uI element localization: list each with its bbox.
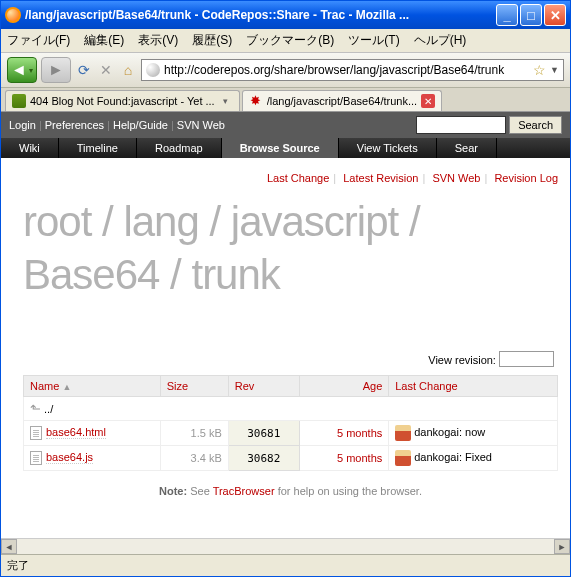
search-input[interactable] <box>416 116 506 134</box>
crumb-root[interactable]: root <box>23 198 91 245</box>
nav-roadmap[interactable]: Roadmap <box>137 138 222 158</box>
preferences-link[interactable]: Preferences <box>45 119 104 131</box>
tab-close-icon[interactable]: ✕ <box>421 94 435 108</box>
statusbar: 完了 <box>1 554 570 576</box>
nav-timeline[interactable]: Timeline <box>59 138 137 158</box>
latest-revision-link[interactable]: Latest Revision <box>343 172 418 184</box>
table-row: base64.js 3.4 kB 30682 5 months dankogai… <box>24 446 558 471</box>
url-bar[interactable]: http://coderepos.org/share/browser/lang/… <box>141 59 564 81</box>
tab-label: /lang/javascript/Base64/trunk... <box>267 95 417 107</box>
nav-toolbar: ◄▾ ► ⟳ ✕ ⌂ http://coderepos.org/share/br… <box>1 53 570 88</box>
horizontal-scrollbar[interactable]: ◄ ► <box>1 538 570 554</box>
tracbrowser-link[interactable]: TracBrowser <box>213 485 275 497</box>
svn-web-link[interactable]: SVN Web <box>432 172 480 184</box>
nav-search[interactable]: Sear <box>437 138 497 158</box>
avatar-icon <box>395 450 411 466</box>
menu-tools[interactable]: ツール(T) <box>348 32 399 49</box>
tab-dropdown-icon[interactable]: ▾ <box>219 94 233 108</box>
tab-label: 404 Blog Not Found:javascript - Yet ... <box>30 95 215 107</box>
menu-edit[interactable]: 編集(E) <box>84 32 124 49</box>
bookmark-star-icon[interactable]: ☆ <box>533 62 546 78</box>
svnweb-link[interactable]: SVN Web <box>177 119 225 131</box>
avatar-icon <box>395 425 411 441</box>
window-title: /lang/javascript/Base64/trunk - CodeRepo… <box>25 8 496 22</box>
url-dropdown-icon[interactable]: ▼ <box>550 65 559 75</box>
scroll-right-icon[interactable]: ► <box>554 539 570 554</box>
forward-button[interactable]: ► <box>41 57 71 83</box>
file-listing-table: Name ▲ Size Rev Age Last Change ⬑ ../ ba… <box>23 375 558 471</box>
crumb-base64[interactable]: Base64 <box>23 251 159 298</box>
login-link[interactable]: Login <box>9 119 36 131</box>
file-age[interactable]: 5 months <box>337 452 382 464</box>
parent-dir-row[interactable]: ⬑ ../ <box>24 397 558 421</box>
file-lastchange: dankogai: Fixed <box>389 446 558 471</box>
status-text: 完了 <box>7 558 29 573</box>
file-rev[interactable]: 30681 <box>228 421 299 446</box>
sort-asc-icon: ▲ <box>62 382 71 392</box>
nav-browse-source[interactable]: Browse Source <box>222 138 339 158</box>
menu-bookmarks[interactable]: ブックマーク(B) <box>246 32 334 49</box>
favicon-icon <box>12 94 26 108</box>
help-note: Note: See TracBrowser for help on using … <box>23 485 558 497</box>
tab-inactive[interactable]: 404 Blog Not Found:javascript - Yet ... … <box>5 90 240 111</box>
back-button[interactable]: ◄▾ <box>7 57 37 83</box>
menu-view[interactable]: 表示(V) <box>138 32 178 49</box>
file-size: 1.5 kB <box>160 421 228 446</box>
col-size[interactable]: Size <box>160 376 228 397</box>
tab-bar: 404 Blog Not Found:javascript - Yet ... … <box>1 88 570 112</box>
file-icon <box>30 451 42 465</box>
view-revision-input[interactable] <box>499 351 554 367</box>
firefox-throbber-icon <box>548 32 564 48</box>
revision-log-link[interactable]: Revision Log <box>494 172 558 184</box>
trac-mainnav: Wiki Timeline Roadmap Browse Source View… <box>1 138 570 158</box>
file-icon <box>30 426 42 440</box>
col-age[interactable]: Age <box>299 376 389 397</box>
file-size: 3.4 kB <box>160 446 228 471</box>
stop-icon[interactable]: ✕ <box>97 61 115 79</box>
menubar: ファイル(F) 編集(E) 表示(V) 履歴(S) ブックマーク(B) ツール(… <box>1 29 570 53</box>
col-name[interactable]: Name ▲ <box>24 376 161 397</box>
scroll-left-icon[interactable]: ◄ <box>1 539 17 554</box>
minimize-button[interactable]: _ <box>496 4 518 26</box>
folder-up-icon: ⬑ <box>30 401 41 416</box>
tab-active[interactable]: ✸ /lang/javascript/Base64/trunk... ✕ <box>242 90 442 111</box>
view-revision: View revision: <box>23 351 558 367</box>
maximize-button[interactable]: □ <box>520 4 542 26</box>
nav-wiki[interactable]: Wiki <box>1 138 59 158</box>
reload-icon[interactable]: ⟳ <box>75 61 93 79</box>
table-row: base64.html 1.5 kB 30681 5 months dankog… <box>24 421 558 446</box>
view-revision-label: View revision: <box>428 354 496 366</box>
page-content: Login| Preferences| Help/Guide| SVN Web … <box>1 112 570 538</box>
menu-history[interactable]: 履歴(S) <box>192 32 232 49</box>
context-nav: Last Change| Latest Revision| SVN Web| R… <box>23 172 558 184</box>
crumb-javascript[interactable]: javascript <box>231 198 398 245</box>
help-link[interactable]: Help/Guide <box>113 119 168 131</box>
file-rev[interactable]: 30682 <box>228 446 299 471</box>
file-lastchange: dankogai: now <box>389 421 558 446</box>
crumb-trunk: trunk <box>191 251 279 298</box>
site-identity-icon[interactable] <box>146 63 160 77</box>
file-link[interactable]: base64.html <box>46 426 106 439</box>
file-link[interactable]: base64.js <box>46 451 93 464</box>
firefox-icon <box>5 7 21 23</box>
favicon-icon: ✸ <box>249 94 263 108</box>
menu-file[interactable]: ファイル(F) <box>7 32 70 49</box>
close-button[interactable]: ✕ <box>544 4 566 26</box>
menu-help[interactable]: ヘルプ(H) <box>414 32 467 49</box>
nav-view-tickets[interactable]: View Tickets <box>339 138 437 158</box>
breadcrumb: root / lang / javascript / Base64 / trun… <box>23 196 558 301</box>
search-button[interactable]: Search <box>509 116 562 134</box>
crumb-lang[interactable]: lang <box>123 198 198 245</box>
last-change-link[interactable]: Last Change <box>267 172 329 184</box>
file-age[interactable]: 5 months <box>337 427 382 439</box>
col-last-change[interactable]: Last Change <box>389 376 558 397</box>
titlebar: /lang/javascript/Base64/trunk - CodeRepo… <box>1 1 570 29</box>
home-icon[interactable]: ⌂ <box>119 61 137 79</box>
col-rev[interactable]: Rev <box>228 376 299 397</box>
scroll-track[interactable] <box>17 539 554 554</box>
url-text: http://coderepos.org/share/browser/lang/… <box>164 63 529 77</box>
trac-metanav: Login| Preferences| Help/Guide| SVN Web … <box>1 112 570 138</box>
